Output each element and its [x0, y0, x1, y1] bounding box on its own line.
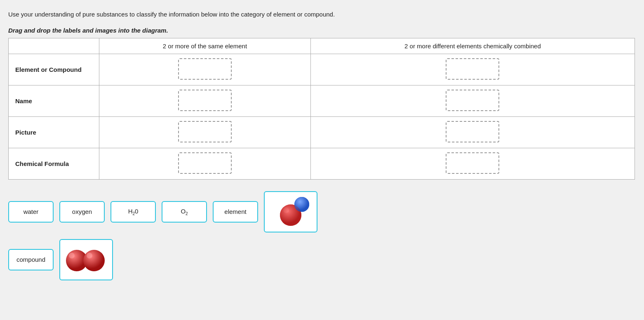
instruction-text: Use your understanding of pure substance…	[8, 10, 636, 19]
drop-cell-name-col2[interactable]	[99, 85, 311, 116]
drag-item-oxygen-molecule[interactable]	[59, 239, 113, 280]
col2-header: 2 or more of the same element	[99, 38, 311, 54]
drag-item-oxygen[interactable]: oxygen	[59, 201, 105, 223]
drag-item-water[interactable]: water	[8, 201, 54, 223]
drop-zone-pic-col3[interactable]	[446, 121, 499, 142]
row-label-picture: Picture	[9, 116, 99, 148]
row-label-element-compound: Element or Compound	[9, 54, 99, 85]
drop-cell-pic-col3[interactable]	[310, 116, 635, 148]
drop-zone-ec-col2[interactable]	[178, 58, 232, 80]
drag-item-h2o[interactable]: H20	[110, 201, 156, 223]
svg-point-7	[83, 250, 105, 271]
row-label-formula: Chemical Formula	[9, 148, 99, 179]
drag-item-h2o-label: H20	[128, 208, 139, 216]
col3-header: 2 or more different elements chemically …	[310, 38, 635, 54]
col1-header	[9, 38, 99, 54]
drag-item-element[interactable]: element	[213, 201, 258, 223]
svg-point-5	[294, 197, 309, 212]
drag-item-water-label: water	[24, 208, 39, 215]
drop-cell-ec-col3[interactable]	[310, 54, 635, 85]
drag-instruction-text: Drag and drop the labels and images into…	[8, 27, 636, 34]
drop-cell-ec-col2[interactable]	[99, 54, 311, 85]
drop-zone-name-col2[interactable]	[178, 90, 232, 111]
drag-item-o2-label: O2	[181, 208, 188, 216]
oxygen-molecule-svg	[63, 243, 109, 276]
drag-item-compound[interactable]: compound	[8, 249, 54, 270]
table-row: Picture	[9, 116, 635, 148]
table-row: Chemical Formula	[9, 148, 635, 179]
drag-item-water-molecule[interactable]	[264, 191, 317, 232]
svg-point-9	[87, 253, 92, 258]
table-row: Element or Compound	[9, 54, 635, 85]
drag-item-oxygen-label: oxygen	[72, 208, 92, 215]
drop-cell-formula-col2[interactable]	[99, 148, 311, 179]
drop-zone-formula-col3[interactable]	[446, 152, 499, 174]
drop-cell-pic-col2[interactable]	[99, 116, 311, 148]
drag-items-row2: compound	[8, 239, 636, 280]
row-label-name: Name	[9, 85, 99, 116]
table-row: Name	[9, 85, 635, 116]
drag-items-row1: water oxygen H20 O2 element	[8, 191, 636, 232]
drag-item-o2[interactable]: O2	[162, 201, 207, 223]
drop-zone-formula-col2[interactable]	[178, 152, 232, 174]
drop-zone-name-col3[interactable]	[446, 90, 499, 111]
drop-cell-formula-col3[interactable]	[310, 148, 635, 179]
drop-zone-pic-col2[interactable]	[178, 121, 232, 142]
water-molecule-svg	[268, 195, 313, 228]
svg-point-8	[69, 253, 75, 258]
drag-item-element-label: element	[224, 208, 246, 215]
diagram-table: 2 or more of the same element 2 or more …	[8, 38, 635, 180]
drag-item-compound-label: compound	[16, 256, 45, 263]
drop-zone-ec-col3[interactable]	[446, 58, 499, 80]
drop-cell-name-col3[interactable]	[310, 85, 635, 116]
